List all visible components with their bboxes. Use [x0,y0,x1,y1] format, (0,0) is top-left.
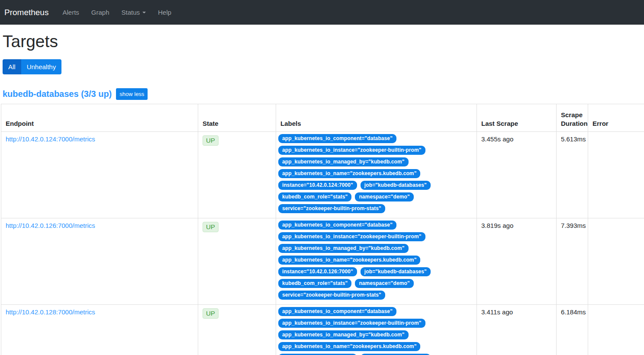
label-badge: app_kubernetes_io_component="database" [278,221,396,230]
error-cell [588,218,644,305]
col-header-endpoint: Endpoint [1,104,198,132]
error-cell [588,305,644,355]
targets-table-body: http://10.42.0.124:7000/metrics UP app_k… [1,132,644,355]
label-badge: instance="10.42.0.124:7000" [278,181,357,190]
state-up-badge: UP [203,135,219,146]
label-badge: app_kubernetes_io_name="zookeepers.kubed… [278,342,420,351]
label-badge: app_kubernetes_io_component="database" [278,307,396,316]
label-badge: namespace="demo" [355,279,413,288]
endpoint-link[interactable]: http://10.42.0.124:7000/metrics [6,135,95,143]
label-badge: kubedb_com_role="stats" [278,279,351,288]
state-cell: UP [198,305,276,355]
label-badge: app_kubernetes_io_instance="zookeeper-bu… [278,146,425,155]
label-badge: namespace="demo" [355,192,413,201]
labels-cell: app_kubernetes_io_component="database"ap… [276,305,477,355]
col-header-labels: Labels [276,104,477,132]
scrape-duration-cell: 7.393ms [557,218,588,305]
endpoint-link[interactable]: http://10.42.0.128:7000/metrics [6,308,95,316]
nav-graph-label: Graph [91,9,109,16]
targets-table: Endpoint State Labels Last Scrape Scrape… [1,104,644,355]
page-title: Targets [3,32,643,51]
label-badge: app_kubernetes_io_instance="zookeeper-bu… [278,232,425,241]
label-badge: app_kubernetes_io_managed_by="kubedb.com… [278,157,409,166]
state-up-badge: UP [203,308,219,319]
labels-cell: app_kubernetes_io_component="database"ap… [276,132,477,218]
label-badge: service="zookeeper-builtin-prom-stats" [278,291,385,300]
nav-status-dropdown[interactable]: Status [116,5,152,19]
job-heading-link[interactable]: kubedb-databases (3/3 up) [3,89,112,99]
label-badges: app_kubernetes_io_component="database"ap… [278,307,474,355]
show-less-button[interactable]: show less [116,88,148,100]
target-row: http://10.42.0.128:7000/metrics UP app_k… [1,305,644,355]
nav-graph[interactable]: Graph [85,5,116,19]
filter-unhealthy-button[interactable]: Unhealthy [21,59,62,74]
col-header-last-scrape: Last Scrape [477,104,557,132]
col-header-error: Error [588,104,644,132]
state-cell: UP [198,132,276,218]
label-badge: app_kubernetes_io_name="zookeepers.kubed… [278,256,420,265]
col-header-scrape-duration: Scrape Duration [557,104,588,132]
state-cell: UP [198,218,276,305]
label-badges: app_kubernetes_io_component="database"ap… [278,134,474,213]
label-badge: app_kubernetes_io_name="zookeepers.kubed… [278,169,420,178]
label-badge: instance="10.42.0.126:7000" [278,267,357,276]
job-section-header: kubedb-databases (3/3 up) show less [3,88,643,100]
labels-cell: app_kubernetes_io_component="database"ap… [276,218,477,305]
endpoint-cell: http://10.42.0.126:7000/metrics [1,218,198,305]
error-cell [588,132,644,218]
label-badge: app_kubernetes_io_managed_by="kubedb.com… [278,330,409,339]
scrape-duration-cell: 5.613ms [557,132,588,218]
targets-page: Targets All Unhealthy kubedb-databases (… [0,32,644,355]
top-navbar: Prometheus Alerts Graph Status Help [0,0,644,25]
filter-all-button[interactable]: All [3,59,21,74]
label-badge: kubedb_com_role="stats" [278,192,351,201]
label-badges: app_kubernetes_io_component="database"ap… [278,221,474,300]
label-badge: app_kubernetes_io_component="database" [278,134,396,143]
endpoint-cell: http://10.42.0.124:7000/metrics [1,132,198,218]
target-row: http://10.42.0.124:7000/metrics UP app_k… [1,132,644,218]
nav-help[interactable]: Help [152,5,177,19]
last-scrape-cell: 3.819s ago [477,218,557,305]
nav-alerts-label: Alerts [62,9,79,16]
state-up-badge: UP [203,222,219,232]
endpoint-link[interactable]: http://10.42.0.126:7000/metrics [6,222,95,229]
navbar-menu: Alerts Graph Status Help [56,5,177,19]
chevron-down-icon [142,12,146,13]
target-row: http://10.42.0.126:7000/metrics UP app_k… [1,218,644,305]
last-scrape-cell: 3.455s ago [477,132,557,218]
label-badge: app_kubernetes_io_instance="zookeeper-bu… [278,319,425,328]
label-badge: job="kubedb-databases" [361,267,431,276]
prometheus-brand[interactable]: Prometheus [4,8,48,17]
endpoint-cell: http://10.42.0.128:7000/metrics [1,305,198,355]
targets-table-header: Endpoint State Labels Last Scrape Scrape… [1,104,644,132]
nav-alerts[interactable]: Alerts [56,5,85,19]
label-badge: service="zookeeper-builtin-prom-stats" [278,204,385,213]
label-badge: app_kubernetes_io_managed_by="kubedb.com… [278,244,409,253]
last-scrape-cell: 3.411s ago [477,305,557,355]
state-filter-group: All Unhealthy [3,59,61,74]
nav-status-label: Status [122,9,140,16]
scrape-duration-cell: 6.184ms [557,305,588,355]
nav-help-label: Help [158,9,171,16]
label-badge: job="kubedb-databases" [361,181,431,190]
col-header-state: State [198,104,276,132]
